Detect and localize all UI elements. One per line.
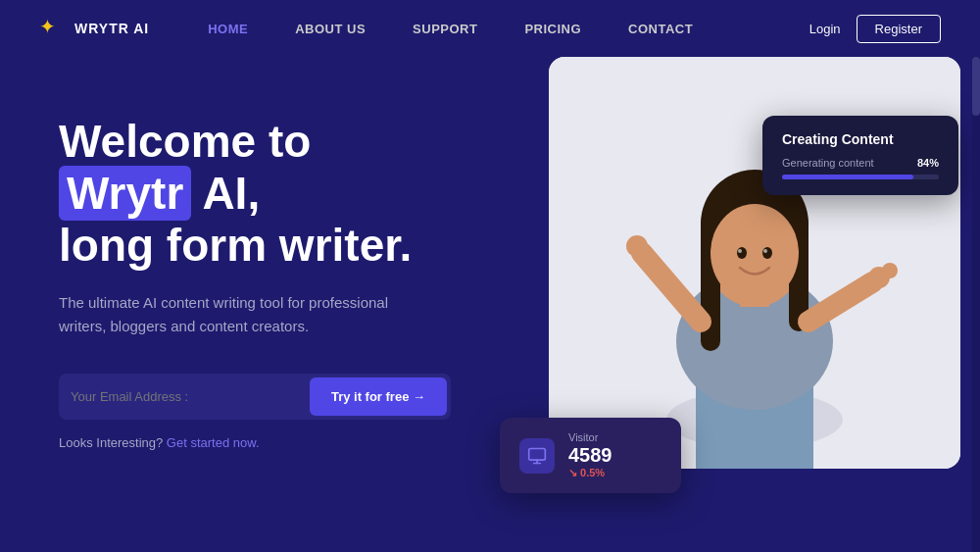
try-free-button[interactable]: Try it for free → bbox=[310, 377, 447, 416]
hero-subtitle: The ultimate AI content writing tool for… bbox=[59, 291, 431, 338]
logo[interactable]: ✦ WRYTR AI bbox=[39, 15, 149, 42]
svg-point-12 bbox=[738, 249, 742, 253]
scrollbar[interactable] bbox=[972, 57, 980, 552]
hero-left: Welcome to Wrytr AI, long form writer. T… bbox=[0, 57, 490, 552]
svg-point-9 bbox=[710, 204, 799, 302]
nav-home[interactable]: HOME bbox=[208, 22, 248, 36]
login-button[interactable]: Login bbox=[809, 22, 841, 36]
title-before: Welcome to bbox=[59, 116, 311, 167]
nav-contact[interactable]: CONTACT bbox=[628, 22, 693, 36]
hero-right: Creating Content Generating content 84% … bbox=[490, 57, 980, 552]
hero-title: Welcome to Wrytr AI, long form writer. bbox=[59, 116, 451, 272]
register-button[interactable]: Register bbox=[857, 15, 941, 43]
svg-rect-19 bbox=[529, 448, 546, 460]
progress-percent: 84% bbox=[917, 157, 939, 169]
visitor-label: Visitor bbox=[568, 431, 612, 443]
visitor-card: Visitor 4589 ↘ 0.5% bbox=[500, 418, 681, 493]
content-card-label: Generating content 84% bbox=[782, 157, 939, 169]
email-input[interactable] bbox=[71, 389, 310, 404]
svg-point-11 bbox=[762, 247, 772, 259]
creating-content-card: Creating Content Generating content 84% bbox=[762, 116, 958, 195]
nav-support[interactable]: SUPPORT bbox=[413, 22, 477, 36]
visitor-info: Visitor 4589 ↘ 0.5% bbox=[568, 431, 612, 479]
generating-label: Generating content bbox=[782, 157, 874, 169]
logo-icon: ✦ bbox=[39, 15, 67, 42]
scrollbar-thumb[interactable] bbox=[972, 57, 980, 116]
monitor-icon bbox=[519, 438, 555, 474]
nav-links: HOME ABOUT US SUPPORT PRICING CONTACT bbox=[208, 22, 809, 36]
hero-section: Welcome to Wrytr AI, long form writer. T… bbox=[0, 57, 980, 552]
note-text: Looks Interesting? bbox=[59, 435, 163, 450]
logo-text: WRYTR AI bbox=[74, 21, 149, 36]
svg-point-18 bbox=[882, 263, 898, 278]
progress-bar-bg bbox=[782, 175, 939, 179]
title-line2: long form writer. bbox=[59, 220, 412, 271]
nav-about[interactable]: ABOUT US bbox=[295, 22, 366, 36]
email-form: Try it for free → bbox=[59, 374, 451, 420]
title-highlight: Wrytr bbox=[59, 166, 191, 221]
svg-point-15 bbox=[626, 235, 648, 257]
nav-actions: Login Register bbox=[809, 15, 941, 43]
content-card-title: Creating Content bbox=[782, 131, 939, 147]
get-started-link[interactable]: Get started now. bbox=[167, 435, 260, 450]
nav-pricing[interactable]: PRICING bbox=[524, 22, 581, 36]
visitor-change: ↘ 0.5% bbox=[568, 467, 612, 479]
svg-point-10 bbox=[737, 247, 747, 259]
svg-point-13 bbox=[763, 249, 767, 253]
title-after: AI, bbox=[202, 168, 260, 219]
visitor-count: 4589 bbox=[568, 443, 612, 467]
progress-bar-fill bbox=[782, 175, 913, 179]
navbar: ✦ WRYTR AI HOME ABOUT US SUPPORT PRICING… bbox=[0, 0, 980, 57]
hero-note: Looks Interesting? Get started now. bbox=[59, 435, 451, 450]
